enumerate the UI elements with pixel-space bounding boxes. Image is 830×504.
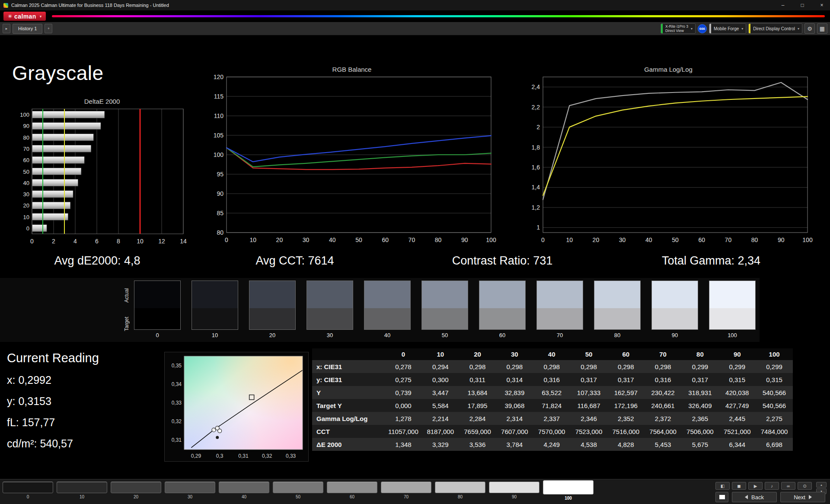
svg-text:0,3: 0,3: [216, 453, 223, 459]
svg-text:2: 2: [536, 124, 540, 131]
meter-dropdown[interactable]: X-Rite i1Pro 3 Direct View ▾: [661, 23, 696, 34]
grayscale-swatch-100: [709, 281, 756, 330]
settings-button[interactable]: ⚙: [804, 23, 815, 34]
cie-xy-chart: 0,310,320,330,340,350,290,30,310,320,33: [165, 353, 308, 461]
svg-text:100: 100: [214, 151, 224, 158]
next-button[interactable]: Next: [780, 492, 825, 502]
loop-icon: ∞: [787, 484, 790, 488]
minimize-button[interactable]: –: [775, 0, 791, 10]
svg-text:60: 60: [382, 236, 389, 243]
pattern-level-button-20[interactable]: 20: [111, 482, 161, 501]
pattern-level-button-90[interactable]: 90: [489, 482, 540, 501]
table-cell: 7564,000: [645, 425, 682, 438]
table-cell: 540,566: [756, 386, 793, 399]
grayscale-swatch-10: [192, 281, 238, 330]
table-row-label: y: CIE31: [312, 373, 385, 386]
svg-text:1,4: 1,4: [532, 184, 540, 191]
svg-text:20: 20: [276, 236, 283, 243]
svg-text:12: 12: [158, 238, 165, 245]
swatch-target: [652, 308, 698, 329]
svg-text:40: 40: [645, 236, 652, 243]
current-reading-block: Current Reading x: 0,2992 y: 0,3153 fL: …: [7, 351, 99, 459]
table-cell: 0,298: [459, 360, 496, 373]
table-cell: 2,365: [682, 412, 719, 425]
layout-button[interactable]: ▦: [817, 23, 827, 34]
pattern-level-button-50[interactable]: 50: [273, 482, 323, 501]
play-button[interactable]: ▶: [748, 482, 763, 490]
meter-badge[interactable]: 666: [698, 24, 707, 33]
svg-text:0: 0: [26, 225, 29, 232]
svg-text:0: 0: [225, 236, 228, 243]
transport-tools: ◧◼▶♪∞⊙: [715, 482, 812, 490]
pattern-level-label: 60: [350, 494, 354, 499]
loop-button[interactable]: ∞: [781, 482, 795, 490]
pattern-level-button-0[interactable]: 0: [3, 482, 53, 501]
table-column-header: 80: [682, 348, 719, 360]
split-display-button[interactable]: ◧: [715, 482, 730, 490]
source-status-accent: [709, 24, 711, 33]
table-cell: 0,299: [682, 360, 719, 373]
add-tab-button[interactable]: +: [45, 24, 52, 33]
table-cell: 2,445: [718, 412, 756, 425]
split-display-icon: ◧: [721, 484, 725, 488]
svg-text:2,2: 2,2: [532, 104, 540, 111]
swatch-actual: [307, 281, 353, 308]
display-control-dropdown[interactable]: Direct Display Control ▾: [748, 23, 802, 34]
rgb-balance-chart-block: RGB Balance 8085909510010511011512001020…: [207, 66, 497, 247]
calman-menu-button[interactable]: ✳ calman ▾: [3, 12, 46, 21]
table-cell: 107,333: [570, 386, 607, 399]
pattern-level-button-100[interactable]: 100: [543, 482, 594, 501]
swatch-level-label: 100: [709, 332, 756, 338]
svg-text:6: 6: [95, 238, 99, 245]
calman-wordmark: calman: [14, 13, 36, 20]
pattern-level-button-40[interactable]: 40: [219, 482, 269, 501]
pattern-level-button-10[interactable]: 10: [57, 482, 107, 501]
table-cell: 32,839: [496, 386, 533, 399]
table-cell: 7521,000: [718, 425, 756, 438]
tab-history-1[interactable]: History 1: [13, 24, 42, 34]
pattern-level-label: 90: [512, 494, 517, 499]
swatch-target: [537, 308, 583, 329]
swatch-target: [364, 308, 410, 329]
pattern-level-button-60[interactable]: 60: [327, 482, 377, 501]
pattern-level-button-30[interactable]: 30: [165, 482, 215, 501]
table-cell: 4,828: [607, 438, 645, 451]
svg-text:50: 50: [355, 236, 362, 243]
tab-expander-button[interactable]: ▸: [3, 24, 10, 33]
pattern-window-button[interactable]: [715, 492, 728, 502]
table-cell: 6,698: [756, 438, 793, 451]
grayscale-data-table: 0102030405060708090100x: CIE310,2780,294…: [312, 348, 793, 451]
svg-text:0,33: 0,33: [286, 453, 296, 459]
table-cell: 1,278: [385, 412, 422, 425]
close-button[interactable]: ×: [814, 0, 830, 10]
pattern-level-label: 10: [80, 494, 84, 499]
gamma-chart-title: Gamma Log/Log: [523, 66, 814, 74]
swatch-target: [422, 308, 468, 329]
pattern-swatch: [165, 482, 215, 493]
pattern-level-button-80[interactable]: 80: [435, 482, 485, 501]
table-column-header: 100: [756, 348, 793, 360]
svg-text:100: 100: [20, 112, 29, 118]
corner-up-button[interactable]: ▴: [816, 482, 827, 488]
avg-cct-stat: Avg CCT: 7614: [255, 254, 334, 268]
source-dropdown[interactable]: Mobile Forge ▾: [709, 23, 746, 34]
svg-text:100: 100: [802, 236, 813, 243]
swatch-level-labels: 0102030405060708090100: [134, 332, 756, 338]
reading-x: x: 0,2992: [7, 374, 99, 386]
table-column-header: 90: [718, 348, 756, 360]
swatch-target: [594, 308, 640, 329]
swatch-level-label: 0: [134, 332, 181, 338]
back-button[interactable]: Back: [732, 492, 777, 502]
svg-text:30: 30: [23, 191, 29, 198]
maximize-button[interactable]: □: [794, 0, 811, 10]
swatch-level-label: 20: [249, 332, 296, 338]
audio-button[interactable]: ♪: [765, 482, 779, 490]
reading-fl: fL: 157,77: [7, 416, 99, 429]
pattern-level-button-70[interactable]: 70: [381, 482, 431, 501]
svg-text:0,31: 0,31: [172, 437, 182, 443]
table-cell: 0,314: [496, 373, 533, 386]
stop-button[interactable]: ◼: [732, 482, 746, 490]
table-cell: 318,931: [682, 386, 719, 399]
power-button[interactable]: ⊙: [798, 482, 812, 490]
table-cell: 17,895: [459, 399, 496, 412]
